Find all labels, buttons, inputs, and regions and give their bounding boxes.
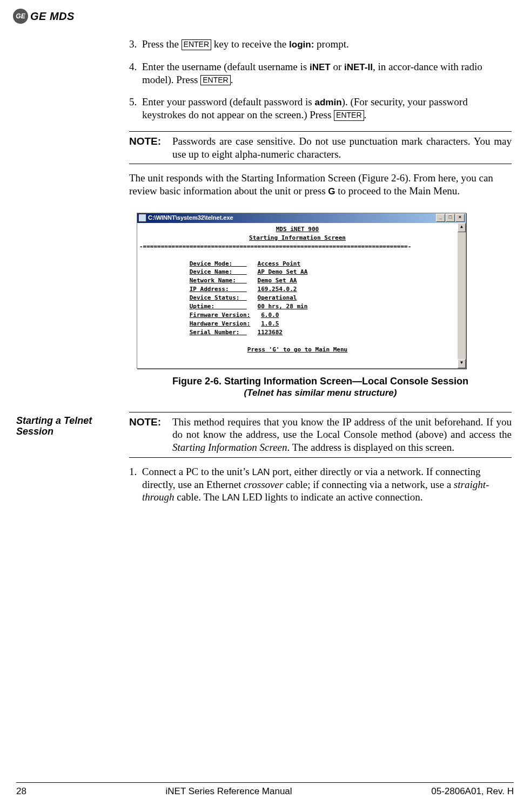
- brand-logo: GE GE MDS: [13, 9, 75, 24]
- step-3: 3. Press the ENTER key to receive the lo…: [129, 38, 512, 51]
- page-footer: 28 iNET Series Reference Manual 05-2806A…: [16, 786, 514, 797]
- telnet-app-icon: [138, 214, 146, 222]
- footer-docnum: 05-2806A01, Rev. H: [431, 786, 514, 797]
- note-body: Passwords are case sensitive. Do not use…: [172, 135, 512, 161]
- note-body: This method requires that you know the I…: [172, 416, 512, 454]
- note-password: NOTE: Passwords are case sensitive. Do n…: [129, 131, 512, 165]
- note-telnet: NOTE: This method requires that you know…: [129, 412, 512, 458]
- telnet-title: C:\WINNT\system32\telnet.exe: [148, 214, 233, 222]
- telnet-body: MDS iNET 900Starting Information Screen-…: [137, 223, 458, 368]
- note-label: NOTE:: [129, 416, 172, 454]
- step-b1: 1. Connect a PC to the unit’s LAN port, …: [129, 465, 512, 504]
- scroll-up-icon[interactable]: ▲: [458, 223, 466, 232]
- footer-title: iNET Series Reference Manual: [166, 786, 292, 797]
- paragraph-response: The unit responds with the Starting Info…: [129, 172, 512, 198]
- telnet-titlebar: C:\WINNT\system32\telnet.exe _ □ ×: [137, 213, 466, 223]
- footer-rule: [16, 782, 514, 783]
- scroll-down-icon[interactable]: ▼: [458, 359, 466, 368]
- enter-key-icon: ENTER: [200, 75, 230, 86]
- enter-key-icon: ENTER: [334, 110, 364, 121]
- maximize-button[interactable]: □: [446, 214, 455, 222]
- figure-caption: Figure 2-6. Starting Information Screen—…: [129, 375, 512, 388]
- brand-text: GE MDS: [30, 10, 75, 23]
- scrollbar[interactable]: ▲ ▼: [458, 223, 466, 368]
- figure-caption-sub: (Telnet has similar menu structure): [129, 387, 512, 398]
- step-4: 4. Enter the username (default username …: [129, 60, 512, 86]
- note-label: NOTE:: [129, 135, 172, 161]
- footer-page: 28: [16, 786, 26, 797]
- sidebar-heading-telnet: Starting a Telnet Session: [16, 415, 113, 437]
- minimize-button[interactable]: _: [436, 214, 445, 222]
- telnet-window: C:\WINNT\system32\telnet.exe _ □ × MDS i…: [137, 213, 466, 369]
- close-button[interactable]: ×: [455, 214, 465, 222]
- enter-key-icon: ENTER: [182, 39, 211, 50]
- step-5: 5. Enter your password (default password…: [129, 96, 512, 121]
- ge-badge-icon: GE: [13, 9, 28, 24]
